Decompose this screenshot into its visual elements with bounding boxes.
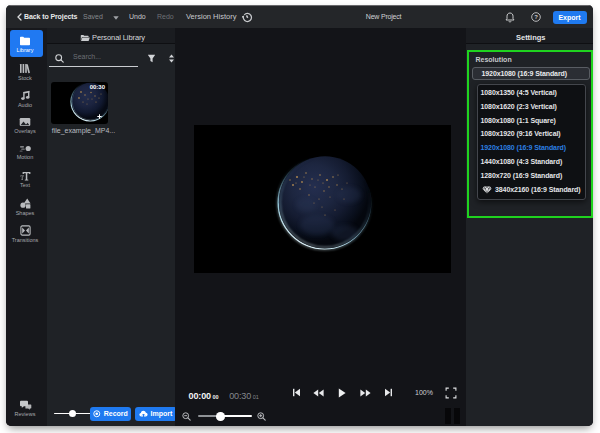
svg-text:?: ?	[534, 14, 538, 20]
